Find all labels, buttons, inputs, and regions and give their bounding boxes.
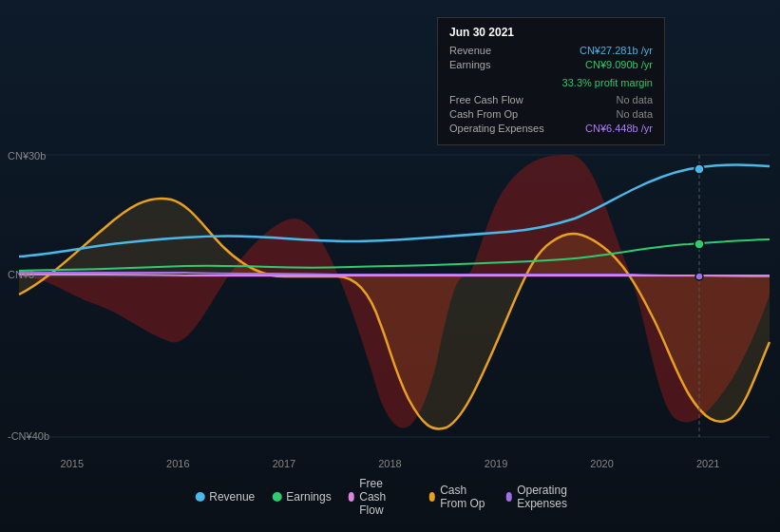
tooltip-revenue-value: CN¥27.281b /yr <box>580 45 653 56</box>
legend-dot-earnings <box>272 492 281 502</box>
legend-label-revenue: Revenue <box>209 490 255 504</box>
x-label-2016: 2016 <box>166 458 189 469</box>
x-label-2021: 2021 <box>696 458 719 469</box>
tooltip: Jun 30 2021 Revenue CN¥27.281b /yr Earni… <box>437 17 665 145</box>
chart-container: CN¥30b CN¥0 -CN¥40b 2015 2016 2017 2018 … <box>0 0 780 532</box>
x-label-2015: 2015 <box>61 458 84 469</box>
legend-fcf[interactable]: Free Cash Flow <box>349 477 412 517</box>
tooltip-earnings-label: Earnings <box>449 59 490 70</box>
tooltip-fcf-label: Free Cash Flow <box>449 94 523 105</box>
legend-revenue[interactable]: Revenue <box>195 490 255 504</box>
legend-dot-opex <box>506 492 513 502</box>
svg-point-7 <box>695 273 703 280</box>
legend: Revenue Earnings Free Cash Flow Cash Fro… <box>195 477 585 517</box>
tooltip-earnings-row: Earnings CN¥9.090b /yr <box>449 59 653 70</box>
legend-earnings[interactable]: Earnings <box>272 490 331 504</box>
tooltip-opex-label: Operating Expenses <box>449 123 544 134</box>
y-label-mid: CN¥0 <box>8 269 34 280</box>
y-label-bot: -CN¥40b <box>8 430 49 442</box>
legend-dot-cashop <box>429 492 436 502</box>
tooltip-cashop-label: Cash From Op <box>449 108 518 120</box>
x-label-2018: 2018 <box>378 458 401 469</box>
legend-label-opex: Operating Expenses <box>517 484 585 510</box>
tooltip-cashop-row: Cash From Op No data <box>449 108 653 120</box>
tooltip-fcf-row: Free Cash Flow No data <box>449 94 653 105</box>
tooltip-earnings-value: CN¥9.090b /yr <box>585 59 653 70</box>
x-label-2020: 2020 <box>590 458 613 469</box>
x-label-2017: 2017 <box>273 458 295 469</box>
legend-opex[interactable]: Operating Expenses <box>506 484 585 510</box>
tooltip-revenue-label: Revenue <box>449 45 491 56</box>
legend-label-fcf: Free Cash Flow <box>359 477 411 517</box>
legend-label-earnings: Earnings <box>286 490 331 504</box>
legend-cashop[interactable]: Cash From Op <box>429 484 489 510</box>
tooltip-date: Jun 30 2021 <box>449 26 653 39</box>
x-label-2019: 2019 <box>485 458 507 469</box>
svg-point-6 <box>694 239 704 249</box>
tooltip-cashop-value: No data <box>616 108 653 120</box>
tooltip-opex-row: Operating Expenses CN¥6.448b /yr <box>449 123 653 134</box>
legend-label-cashop: Cash From Op <box>440 484 488 510</box>
legend-dot-revenue <box>195 492 204 502</box>
tooltip-revenue-row: Revenue CN¥27.281b /yr <box>449 45 653 56</box>
tooltip-fcf-value: No data <box>616 94 653 105</box>
y-label-top: CN¥30b <box>8 150 46 162</box>
x-axis-labels: 2015 2016 2017 2018 2019 2020 2021 <box>0 458 780 469</box>
legend-dot-fcf <box>349 492 355 502</box>
tooltip-opex-value: CN¥6.448b /yr <box>585 123 653 134</box>
tooltip-margin: 33.3% profit margin <box>562 77 653 88</box>
svg-point-5 <box>694 164 704 174</box>
